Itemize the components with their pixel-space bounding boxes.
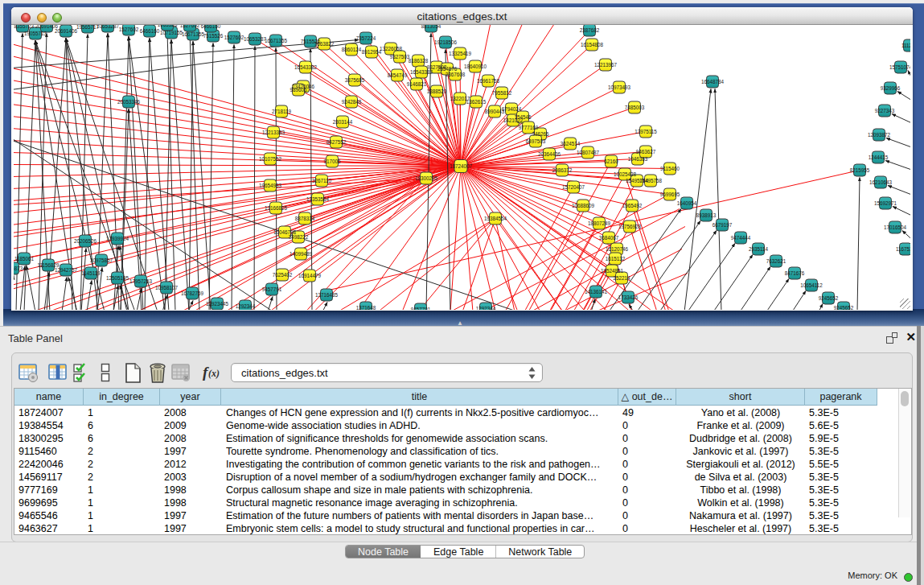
svg-text:8186328: 8186328 — [409, 58, 429, 64]
svg-text:9329966: 9329966 — [881, 85, 901, 91]
svg-text:1185061: 1185061 — [14, 256, 35, 262]
svg-text:9457791: 9457791 — [411, 307, 431, 310]
svg-text:12093872: 12093872 — [868, 132, 891, 138]
svg-text:10688609: 10688609 — [572, 203, 595, 208]
svg-text:10719155: 10719155 — [160, 30, 183, 35]
svg-text:989606: 989606 — [290, 87, 307, 93]
svg-text:9115460: 9115460 — [660, 166, 680, 171]
svg-text:16543382: 16543382 — [410, 69, 433, 75]
svg-text:16120746: 16120746 — [606, 246, 629, 252]
svg-text:9463627: 9463627 — [636, 149, 656, 154]
svg-text:1244415: 1244415 — [869, 154, 889, 160]
svg-text:19384554: 19384554 — [484, 216, 507, 221]
svg-text:9327503: 9327503 — [390, 54, 410, 60]
svg-text:8427552: 8427552 — [326, 139, 347, 145]
svg-text:8860124: 8860124 — [342, 47, 362, 52]
svg-text:16961758: 16961758 — [477, 78, 500, 84]
svg-text:15751074: 15751074 — [889, 64, 910, 70]
svg-text:9699695: 9699695 — [660, 192, 680, 197]
svg-text:16671355: 16671355 — [182, 31, 205, 37]
svg-text:9457791: 9457791 — [262, 286, 282, 292]
svg-text:1527602: 1527602 — [224, 35, 244, 40]
svg-text:16914479: 16914479 — [298, 273, 322, 278]
svg-text:20053346: 20053346 — [117, 99, 141, 105]
svg-text:7625402: 7625402 — [273, 272, 293, 278]
svg-text:19055713: 19055713 — [24, 31, 47, 36]
svg-text:18640910: 18640910 — [464, 64, 487, 69]
svg-text:13325419: 13325419 — [449, 51, 472, 56]
svg-text:15692971: 15692971 — [874, 200, 897, 206]
svg-text:7663822: 7663822 — [314, 41, 335, 47]
svg-text:7515526: 7515526 — [203, 33, 224, 39]
svg-text:10654112: 10654112 — [800, 282, 823, 288]
svg-text:19524851: 19524851 — [601, 268, 624, 274]
svg-text:20364436: 20364436 — [538, 151, 561, 157]
svg-text:19654983: 19654983 — [259, 183, 282, 188]
svg-text:8215955: 8215955 — [850, 167, 870, 173]
svg-text:2387682: 2387682 — [580, 27, 600, 33]
svg-text:2803144: 2803144 — [333, 119, 353, 125]
svg-text:1292344: 1292344 — [476, 306, 496, 310]
svg-text:18300295: 18300295 — [415, 175, 438, 181]
svg-text:12213383: 12213383 — [262, 130, 285, 135]
svg-text:2986372: 2986372 — [552, 167, 573, 173]
svg-text:17957253: 17957253 — [129, 278, 153, 284]
svg-text:10807487: 10807487 — [577, 150, 600, 155]
svg-text:1388520: 1388520 — [427, 89, 447, 94]
svg-text:18724007: 18724007 — [450, 163, 473, 169]
svg-text:9245652: 9245652 — [834, 305, 854, 310]
svg-text:16210643: 16210643 — [869, 179, 893, 185]
svg-text:3267110: 3267110 — [312, 178, 332, 183]
svg-text:6497503: 6497503 — [526, 138, 546, 144]
svg-text:1640954: 1640954 — [677, 200, 697, 206]
svg-text:17016504: 17016504 — [884, 225, 907, 230]
svg-text:13353584: 13353584 — [306, 196, 330, 202]
svg-text:6466160: 6466160 — [201, 25, 221, 29]
svg-text:1527602: 1527602 — [119, 27, 139, 32]
svg-text:9474444: 9474444 — [731, 235, 751, 241]
svg-text:12505195: 12505195 — [106, 275, 129, 281]
svg-text:12213967: 12213967 — [594, 62, 618, 68]
svg-text:20691406: 20691406 — [55, 28, 78, 34]
svg-text:19166825: 19166825 — [265, 205, 288, 211]
svg-text:15495758: 15495758 — [639, 178, 663, 183]
svg-text:8938913: 8938913 — [696, 212, 717, 218]
svg-text:1946363: 1946363 — [628, 156, 648, 162]
svg-text:2354676: 2354676 — [437, 66, 458, 72]
svg-text:2935114: 2935114 — [749, 246, 769, 252]
svg-text:10025438: 10025438 — [614, 171, 637, 177]
svg-text:12942757: 12942757 — [55, 267, 78, 273]
svg-text:3498222: 3498222 — [289, 234, 309, 240]
svg-text:252214: 252214 — [613, 275, 630, 281]
svg-text:16671355: 16671355 — [265, 38, 288, 43]
svg-text:1145119: 1145119 — [81, 270, 101, 276]
svg-text:9227343: 9227343 — [875, 108, 895, 113]
svg-text:8471676: 8471676 — [785, 270, 805, 276]
svg-text:746266: 746266 — [532, 131, 549, 137]
svg-text:917006: 917006 — [323, 159, 341, 164]
svg-text:9242848: 9242848 — [342, 99, 362, 105]
svg-text:9146821: 9146821 — [407, 81, 427, 87]
svg-text:19756928: 19756928 — [618, 224, 642, 229]
svg-text:111237: 111237 — [901, 43, 910, 48]
svg-text:18355723: 18355723 — [14, 25, 34, 29]
svg-text:2718119: 2718119 — [272, 109, 292, 114]
svg-text:12923445: 12923445 — [206, 301, 229, 307]
svg-text:7357224: 7357224 — [356, 35, 376, 41]
svg-text:154546: 154546 — [514, 114, 532, 120]
svg-text:10653287: 10653287 — [244, 36, 267, 42]
svg-text:9777169: 9777169 — [519, 125, 539, 130]
svg-text:19218506: 19218506 — [434, 39, 458, 45]
svg-text:15720407: 15720407 — [562, 184, 585, 190]
svg-text:9245652: 9245652 — [819, 295, 839, 301]
svg-text:1371648: 1371648 — [356, 305, 376, 310]
svg-text:1362615: 1362615 — [466, 99, 487, 105]
svg-text:13226058: 13226058 — [380, 46, 403, 51]
svg-text:16154808: 16154808 — [581, 42, 604, 47]
svg-text:30975867: 30975867 — [90, 257, 113, 263]
svg-text:6466160: 6466160 — [140, 28, 160, 34]
svg-text:13716485: 13716485 — [315, 292, 339, 298]
svg-text:1065328: 1065328 — [158, 25, 178, 27]
svg-text:7955812: 7955812 — [492, 90, 512, 96]
svg-text:16543382: 16543382 — [294, 64, 318, 70]
